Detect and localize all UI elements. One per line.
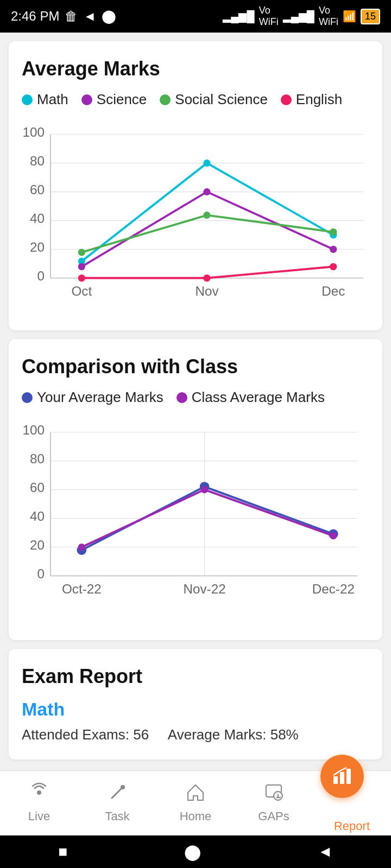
svg-text:60: 60	[30, 480, 45, 495]
svg-text:0: 0	[37, 269, 45, 283]
comparison-legend: Your Average Marks Class Average Marks	[22, 389, 369, 406]
battery-indicator: 15	[361, 9, 380, 24]
home-icon	[186, 783, 205, 807]
svg-text:0: 0	[37, 566, 45, 581]
avg-marks-chart: 100 80 60 40 20 0 Oct Nov Dec	[22, 119, 369, 314]
signal-icon: ▂▄▆█	[223, 10, 254, 23]
svg-point-24	[203, 212, 210, 219]
svg-point-50	[78, 544, 85, 551]
average-marks-value: 58%	[270, 726, 299, 743]
legend-dot-science	[81, 94, 92, 105]
nav-gaps[interactable]: GAPs	[241, 783, 306, 824]
android-home-button[interactable]: ⬤	[184, 843, 201, 861]
svg-point-26	[78, 275, 85, 282]
legend-label-science: Science	[97, 91, 147, 108]
legend-social-science: Social Science	[160, 91, 268, 108]
android-nav-bar: ■ ⬤ ◄	[0, 835, 391, 868]
average-marks-card: Average Marks Math Science Social Scienc…	[9, 41, 382, 330]
svg-text:Nov: Nov	[195, 284, 219, 298]
trash-icon: 🗑	[65, 9, 78, 24]
comparison-chart: 100 80 60 40 20 0 Oct-22 Nov-22 De	[22, 417, 369, 624]
legend-dot-math	[22, 94, 33, 105]
svg-point-20	[78, 263, 85, 270]
status-left: 2:46 PM 🗑 ◄ ⬤	[11, 9, 116, 24]
legend-science: Science	[81, 91, 147, 108]
location-icon: ◄	[83, 9, 96, 24]
svg-point-55	[121, 785, 125, 789]
svg-point-21	[203, 188, 210, 195]
task-icon	[108, 783, 127, 807]
avg-marks-title: Average Marks	[22, 58, 369, 80]
svg-point-51	[201, 486, 208, 493]
legend-english: English	[281, 91, 342, 108]
svg-text:Oct: Oct	[71, 284, 92, 298]
comparison-svg: 100 80 60 40 20 0 Oct-22 Nov-22 De	[22, 417, 369, 620]
nav-task-label: Task	[105, 809, 129, 824]
report-fab-button[interactable]	[320, 755, 364, 798]
legend-label-class-avg: Class Average Marks	[192, 389, 325, 406]
svg-text:20: 20	[30, 538, 45, 552]
wifi-vo2: VoWiFi	[319, 5, 338, 28]
legend-label-english: English	[296, 91, 342, 108]
svg-point-25	[330, 228, 337, 235]
nav-task[interactable]: Task	[85, 783, 150, 824]
legend-label-your-avg: Your Average Marks	[37, 389, 163, 406]
attended-exams-label: Attended Exams:	[22, 726, 133, 743]
legend-dot-your-avg	[22, 392, 33, 403]
nav-home[interactable]: Home	[163, 783, 228, 824]
svg-line-54	[112, 787, 123, 798]
comparison-title: Comparison with Class	[22, 355, 369, 378]
exam-report-title: Exam Report	[22, 665, 369, 688]
time: 2:46 PM	[11, 9, 59, 24]
svg-point-52	[330, 532, 337, 539]
nav-live[interactable]: Live	[7, 783, 72, 824]
svg-text:40: 40	[30, 509, 45, 524]
attended-exams-value: 56	[133, 726, 149, 743]
svg-text:Dec-22: Dec-22	[312, 582, 355, 596]
legend-your-avg: Your Average Marks	[22, 389, 163, 406]
legend-dot-english	[281, 94, 292, 105]
avg-marks-legend: Math Science Social Science English	[22, 91, 369, 108]
svg-text:60: 60	[30, 182, 45, 197]
legend-class-avg: Class Average Marks	[176, 389, 325, 406]
legend-label-social: Social Science	[175, 91, 268, 108]
svg-rect-60	[333, 776, 338, 784]
report-fab-icon	[331, 765, 353, 787]
wifi-icon: 📶	[343, 10, 356, 23]
bottom-nav: Live Task Home GAPs Report	[0, 770, 391, 835]
svg-point-53	[37, 790, 41, 795]
nav-gaps-label: GAPs	[258, 809, 289, 824]
svg-point-22	[330, 246, 337, 253]
svg-rect-61	[340, 772, 344, 784]
circle-icon: ⬤	[102, 9, 116, 24]
status-bar: 2:46 PM 🗑 ◄ ⬤ ▂▄▆█ VoWiFi ▂▄▆█ VoWiFi 📶 …	[0, 0, 391, 33]
nav-home-label: Home	[180, 809, 212, 824]
svg-text:20: 20	[30, 240, 45, 254]
svg-point-18	[203, 159, 210, 167]
gaps-icon	[264, 783, 283, 807]
wifi-vo1: VoWiFi	[259, 5, 279, 28]
avg-marks-svg: 100 80 60 40 20 0 Oct Nov Dec	[22, 119, 369, 310]
svg-text:Nov-22: Nov-22	[183, 582, 225, 596]
svg-text:80: 80	[30, 154, 45, 168]
svg-text:40: 40	[30, 211, 45, 226]
legend-math: Math	[22, 91, 68, 108]
exam-report-card: Exam Report Math Attended Exams: 56 Aver…	[9, 649, 382, 760]
nav-live-label: Live	[28, 809, 50, 824]
average-marks-label: Average Marks:	[168, 726, 270, 743]
svg-point-27	[203, 275, 210, 282]
svg-point-28	[330, 263, 337, 270]
android-square-button[interactable]: ■	[58, 843, 67, 860]
svg-point-23	[78, 248, 85, 256]
svg-rect-62	[346, 769, 351, 784]
svg-text:100: 100	[22, 125, 45, 139]
svg-text:80: 80	[30, 451, 45, 466]
main-content: Average Marks Math Science Social Scienc…	[0, 33, 391, 770]
svg-text:Dec: Dec	[321, 284, 345, 298]
legend-label-math: Math	[37, 91, 68, 108]
status-right: ▂▄▆█ VoWiFi ▂▄▆█ VoWiFi 📶 15	[223, 5, 380, 28]
svg-text:Oct-22: Oct-22	[62, 582, 102, 596]
android-back-button[interactable]: ◄	[318, 843, 333, 860]
exam-stats: Attended Exams: 56 Average Marks: 58%	[22, 726, 369, 743]
svg-text:100: 100	[22, 423, 45, 437]
